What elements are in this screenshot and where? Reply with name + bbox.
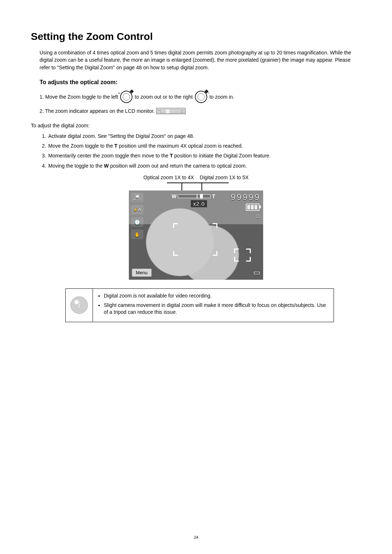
step1-text-c: to zoom in. [209, 92, 234, 102]
zoom-multiplier-badge: x2.0 [191, 200, 207, 208]
step2-text-a: 2. The zoom indicator appears on the LCD… [40, 106, 155, 116]
self-timer-off-icon: 🕒 [131, 217, 143, 227]
zoom-indicator-icon: W T [156, 108, 186, 114]
zoom-w-label: W [172, 193, 176, 199]
digital-step-3: Momentarily center the zoom toggle then … [48, 151, 361, 161]
remaining-shots-counter: 99999 [230, 193, 260, 202]
optical-step-1: 1. Move the Zoom toggle to the left W to… [40, 91, 361, 103]
mode-auto-icon: ▣ AUTO [131, 193, 143, 202]
digital-step-2: Move the Zoom toggle to the T position u… [48, 141, 361, 151]
digital-step-1: Activate digital zoom. See "Setting the … [48, 131, 361, 141]
storage-icon: ▭ [253, 268, 260, 277]
optical-zoom-heading: To adjusts the optical zoom: [40, 79, 361, 86]
note-item-1: Digital zoom is not available for video … [104, 292, 328, 300]
face-detect-box-icon [235, 249, 250, 261]
zoom-range-labels: Optical zoom 1X to 4X Digital zoom 1X to… [31, 175, 361, 180]
step1-text-a: 1. Move the Zoom toggle to the left [40, 92, 118, 102]
intro-paragraph: Using a combination of 4 times optical z… [40, 49, 361, 71]
note-box: i Digital zoom is not available for vide… [65, 288, 334, 322]
mini-w: W [157, 109, 160, 114]
flash-auto-icon: ⚡A [131, 205, 143, 214]
auto-label: AUTO [133, 198, 141, 201]
optical-range-label: Optical zoom 1X to 4X [143, 175, 194, 180]
optical-step-2: 2. The zoom indicator appears on the LCD… [40, 106, 361, 116]
step1-text-b: to zoom out or to the right [135, 92, 193, 102]
note-item-2: Slight camera movement in digital zoom w… [104, 302, 328, 316]
digital-steps-list: Activate digital zoom. See "Setting the … [40, 131, 361, 171]
dial-t-label: T [208, 92, 209, 94]
page-number: 24 [0, 535, 392, 539]
lcd-zoom-bar: W T [172, 194, 215, 198]
zoom-t-label: T [212, 193, 215, 199]
stabilizer-off-icon: ✋ [131, 230, 143, 239]
dial-w-label: W [118, 92, 120, 94]
focus-frame-icon [174, 224, 217, 255]
digital-range-label: Digital zoom 1X to 5X [200, 175, 249, 180]
battery-full-icon [246, 204, 260, 211]
info-note-icon: i [70, 296, 88, 314]
digital-zoom-subhead: To adjust the digital zoom: [31, 123, 361, 128]
page-title: Setting the Zoom Control [31, 31, 361, 42]
memory-card-icon: ⌂ [256, 212, 260, 220]
lcd-illustration: ▣ AUTO ⚡A 🕒 ✋ W T x2.0 99999 ⌂ [129, 182, 263, 280]
mini-t: T [183, 109, 185, 114]
zoom-dial-right-icon: T [195, 91, 207, 103]
zoom-dial-left-icon: W [120, 91, 132, 103]
menu-button-label: Menu [132, 268, 152, 277]
lcd-left-icon-column: ▣ AUTO ⚡A 🕒 ✋ [131, 193, 143, 239]
digital-step-4: Moving the toggle to the W position will… [48, 161, 361, 171]
